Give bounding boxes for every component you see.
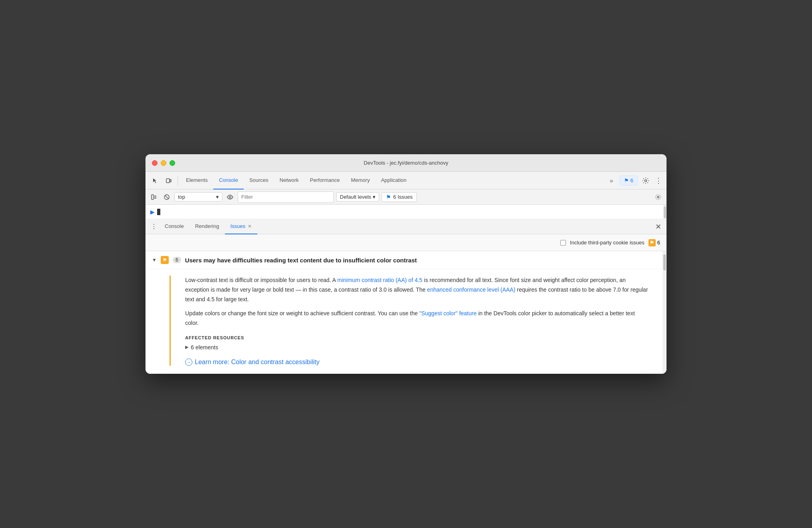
- scrollbar-right-top[interactable]: [663, 205, 667, 219]
- chevron-down-icon[interactable]: ▼: [152, 257, 157, 263]
- ban-button[interactable]: [162, 192, 172, 202]
- elements-count: 6 elements: [191, 344, 218, 351]
- svg-point-9: [229, 196, 231, 198]
- levels-arrow-icon: ▾: [373, 194, 376, 200]
- sidebar-icon: [151, 194, 157, 200]
- tab-memory[interactable]: Memory: [345, 172, 376, 189]
- issues-main-area: ▼ ⚑ 6 Users may have difficulties readin…: [145, 251, 667, 374]
- close-panel-button[interactable]: ✕: [653, 222, 663, 232]
- main-toolbar: Elements Console Sources Network Perform…: [145, 172, 667, 189]
- learn-more-link[interactable]: Learn more: Color and contrast accessibi…: [195, 359, 319, 366]
- clear-console-button[interactable]: [149, 192, 159, 202]
- tab-elements[interactable]: Elements: [180, 172, 213, 189]
- tab-console[interactable]: Console: [213, 172, 244, 189]
- close-issues-tab-button[interactable]: ✕: [248, 224, 252, 229]
- issues-badge-icon: ⚑: [624, 177, 629, 183]
- filter-input[interactable]: [238, 191, 334, 203]
- window-title: DevTools - jec.fyi/demo/cds-anchovy: [364, 160, 448, 166]
- console-gear-icon: [655, 194, 661, 200]
- device-toggle-button[interactable]: [162, 174, 175, 187]
- link-conformance[interactable]: enhanced conformance level (AAA): [427, 286, 515, 293]
- issues-sm-icon: ⚑: [386, 194, 391, 200]
- issues-body: ▼ ⚑ 6 Users may have difficulties readin…: [145, 251, 663, 374]
- issue-section: ▼ ⚑ 6 Users may have difficulties readin…: [145, 251, 663, 366]
- device-icon: [166, 177, 172, 184]
- cookie-label: Include third-party cookie issues: [570, 240, 644, 246]
- prompt-arrow-icon: ▶: [150, 209, 155, 215]
- ban-icon: [164, 194, 170, 200]
- tab-performance[interactable]: Performance: [304, 172, 345, 189]
- tab-sources[interactable]: Sources: [244, 172, 274, 189]
- close-button[interactable]: [152, 160, 158, 166]
- more-options-button[interactable]: ⋮: [654, 174, 663, 187]
- svg-rect-3: [151, 195, 154, 200]
- cookie-checkbox[interactable]: [560, 240, 566, 246]
- devtools-panel: Elements Console Sources Network Perform…: [145, 172, 667, 374]
- warning-count: 6: [657, 240, 660, 246]
- title-bar: DevTools - jec.fyi/demo/cds-anchovy: [145, 154, 667, 172]
- inspect-element-button[interactable]: [149, 174, 162, 187]
- issue-header[interactable]: ▼ ⚑ 6 Users may have difficulties readin…: [145, 251, 663, 269]
- eye-icon: [227, 195, 233, 200]
- settings-button[interactable]: [639, 174, 652, 187]
- affected-resources: AFFECTED RESOURCES ▶ 6 elements: [185, 335, 650, 351]
- scrollbar-thumb-top: [664, 206, 666, 218]
- link-suggest-color[interactable]: "Suggest color" feature: [419, 310, 477, 316]
- prompt-area[interactable]: ▶: [145, 205, 667, 219]
- gear-icon: [642, 177, 649, 184]
- issue-body: Low-contrast text is difficult or imposs…: [170, 276, 656, 366]
- panel-tabs: ⋮ Console Rendering Issues ✕ ✕: [145, 219, 667, 234]
- issue-count-badge: 6: [173, 257, 181, 263]
- svg-point-2: [645, 179, 647, 181]
- levels-selector[interactable]: Default levels ▾: [336, 192, 379, 202]
- scrollbar-thumb: [663, 254, 666, 270]
- traffic-lights: [152, 160, 175, 166]
- tab-rendering-panel[interactable]: Rendering: [190, 219, 225, 234]
- tab-application[interactable]: Application: [376, 172, 412, 189]
- issue-warning-badge: ⚑: [161, 256, 169, 264]
- console-bar: top ▾ Default levels ▾ ⚑ 6 Issues: [145, 189, 667, 205]
- learn-more-row[interactable]: → Learn more: Color and contrast accessi…: [185, 359, 650, 366]
- issues-warning-count: ⚑ 6: [648, 239, 660, 246]
- learn-more-icon: →: [185, 359, 192, 366]
- context-value: top: [178, 194, 185, 200]
- tab-network[interactable]: Network: [274, 172, 305, 189]
- warning-icon: ⚑: [648, 239, 656, 246]
- toolbar-divider: [178, 176, 178, 185]
- svg-rect-1: [170, 179, 171, 182]
- svg-point-10: [657, 196, 659, 197]
- issue-title: Users may have difficulties reading text…: [185, 257, 417, 264]
- minimize-button[interactable]: [161, 160, 166, 166]
- eye-button[interactable]: [225, 192, 235, 202]
- elements-row[interactable]: ▶ 6 elements: [185, 344, 650, 351]
- affected-label: AFFECTED RESOURCES: [185, 335, 650, 340]
- svg-rect-0: [166, 179, 170, 183]
- issue-description-p1: Low-contrast text is difficult or imposs…: [185, 276, 650, 304]
- svg-line-8: [165, 195, 169, 199]
- dropdown-arrow-icon: ▾: [216, 194, 219, 200]
- tab-console-panel[interactable]: Console: [159, 219, 190, 234]
- link-contrast-ratio[interactable]: minimum contrast ratio (AA) of 4.5: [337, 277, 422, 283]
- issues-count-button[interactable]: ⚑ 6 Issues: [382, 192, 417, 202]
- toolbar-right: » ⚑ 6 ⋮: [605, 174, 663, 187]
- issues-header-bar: Include third-party cookie issues ⚑ 6: [145, 234, 667, 251]
- issues-badge-count: 6: [630, 177, 633, 183]
- tab-issues-panel[interactable]: Issues ✕: [225, 219, 258, 234]
- issue-description-p2: Update colors or change the font size or…: [185, 309, 650, 328]
- panel-menu-button[interactable]: ⋮: [149, 222, 159, 232]
- prompt-cursor: [157, 209, 160, 215]
- maximize-button[interactable]: [170, 160, 175, 166]
- issues-badge-button[interactable]: ⚑ 6: [620, 175, 638, 185]
- more-tabs-button[interactable]: »: [605, 174, 618, 187]
- expand-elements-icon[interactable]: ▶: [185, 345, 188, 350]
- cursor-icon: [152, 177, 158, 184]
- issues-sm-label: 6 Issues: [393, 194, 412, 200]
- devtools-window: DevTools - jec.fyi/demo/cds-anchovy Elem…: [145, 154, 667, 374]
- main-scrollbar[interactable]: [663, 251, 667, 374]
- nav-tabs: Elements Console Sources Network Perform…: [180, 172, 604, 189]
- levels-label: Default levels: [340, 194, 371, 200]
- console-settings-button[interactable]: [653, 192, 663, 202]
- context-selector[interactable]: top ▾: [174, 192, 222, 202]
